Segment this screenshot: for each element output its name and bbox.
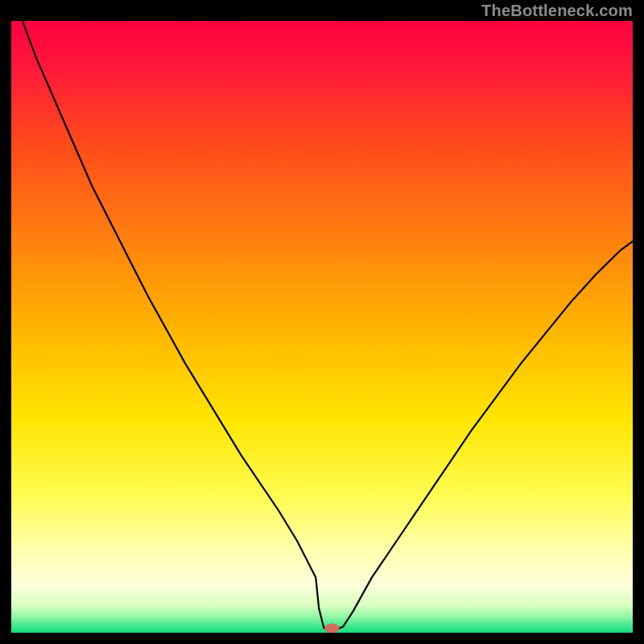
watermark-text: TheBottleneck.com (481, 2, 633, 20)
chart-container: TheBottleneck.com (0, 0, 644, 644)
bottleneck-chart (11, 21, 633, 633)
gradient-background (11, 21, 633, 633)
